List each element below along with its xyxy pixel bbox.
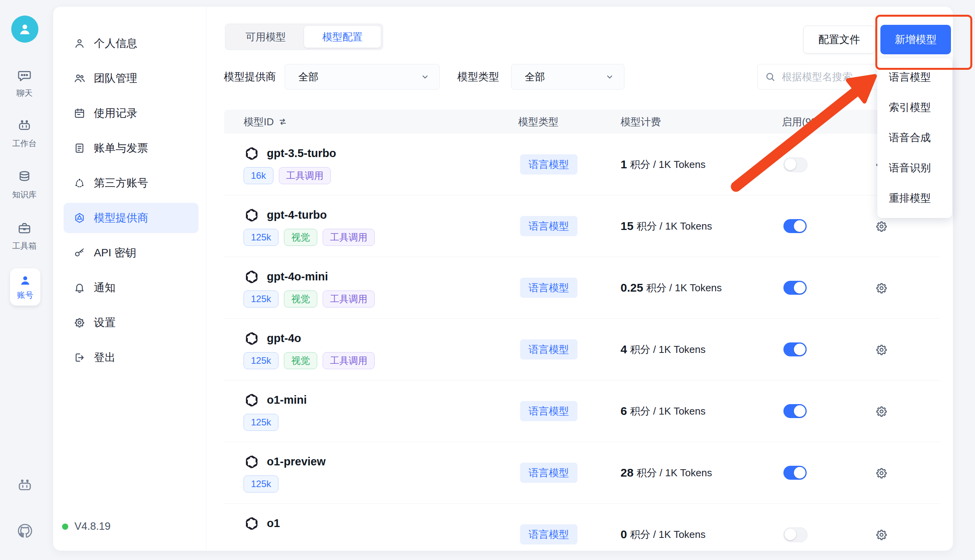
model-name: o1-preview (267, 455, 326, 468)
tab-model-config[interactable]: 模型配置 (304, 26, 381, 48)
model-type-badge: 语言模型 (520, 463, 577, 483)
rail-label-chat: 聊天 (0, 88, 49, 99)
sidebar-item-settings[interactable]: 设置 (64, 308, 199, 338)
type-filter-label: 模型类型 (457, 64, 499, 90)
model-price: 4积分 / 1K Tokens (621, 319, 705, 380)
provider-filter-value: 全部 (298, 70, 318, 84)
key-icon (74, 247, 85, 259)
tool-call-chip: 工具调用 (323, 229, 375, 246)
gear-icon[interactable] (875, 467, 888, 480)
model-type-badge: 语言模型 (520, 339, 577, 360)
enable-toggle[interactable] (783, 404, 807, 418)
sidebar-item-profile[interactable]: 个人信息 (64, 28, 199, 59)
model-name: o1-mini (267, 394, 307, 406)
sidebar-item-label: 登出 (94, 350, 116, 365)
github-icon[interactable] (17, 523, 33, 539)
gear-icon[interactable] (875, 282, 888, 295)
tool-call-chip: 工具调用 (323, 290, 375, 308)
gear-icon (74, 317, 85, 328)
sidebar-item-logout[interactable]: 登出 (64, 342, 199, 373)
sidebar-item-label: 设置 (94, 315, 116, 330)
add-model-menu: 语言模型 索引模型 语音合成 语音识别 重排模型 (877, 58, 952, 218)
tab-available-models[interactable]: 可用模型 (227, 26, 304, 48)
gear-icon[interactable] (875, 405, 888, 418)
gear-icon[interactable] (875, 343, 888, 356)
rail-label-knowledge: 知识库 (0, 189, 49, 200)
menu-item-rerank-model[interactable]: 重排模型 (877, 183, 952, 213)
sidebar-item-thirdparty[interactable]: 第三方账号 (64, 168, 199, 198)
sidebar-divider (206, 7, 206, 550)
col-header-model-billing: 模型计费 (621, 110, 661, 134)
table-row: o1 语言模型 0积分 / 1K Tokens (224, 504, 940, 550)
sidebar-item-billing[interactable]: 账单与发票 (64, 133, 199, 163)
enable-toggle[interactable] (783, 527, 807, 542)
model-tags: 125k (244, 475, 278, 493)
tool-call-chip: 工具调用 (279, 167, 331, 184)
rail-item-chat[interactable]: 聊天 (0, 68, 49, 99)
version-info: V4.8.19 (62, 520, 111, 532)
sidebar-item-model-provider[interactable]: 模型提供商 (64, 203, 199, 233)
table-row: gpt-3.5-turbo 16k 工具调用 语言模型 1积分 / 1K Tok… (224, 134, 940, 195)
openai-logo-icon (244, 515, 260, 532)
col-header-model-type: 模型类型 (518, 110, 558, 134)
add-model-button[interactable]: 新增模型 (880, 25, 951, 54)
model-name: o1 (267, 517, 280, 530)
sidebar-item-team[interactable]: 团队管理 (64, 63, 199, 93)
model-tags: 125k 视觉 工具调用 (244, 290, 375, 308)
menu-item-index-model[interactable]: 索引模型 (877, 92, 952, 123)
model-name: gpt-4-turbo (267, 209, 327, 221)
gear-icon[interactable] (875, 528, 888, 541)
menu-item-language-model[interactable]: 语言模型 (877, 62, 952, 92)
account-icon (18, 273, 32, 287)
openai-logo-icon (244, 207, 260, 223)
provider-filter-select[interactable]: 全部 (285, 64, 440, 90)
col-header-enabled: 启用(98) (782, 110, 820, 134)
vision-chip: 视觉 (284, 229, 317, 246)
sidebar-item-label: 模型提供商 (94, 211, 148, 225)
calendar-icon (74, 107, 85, 119)
avatar[interactable] (11, 16, 38, 43)
rail-item-workbench[interactable]: 工作台 (0, 119, 49, 149)
robot-bottom-icon[interactable] (17, 478, 33, 494)
context-chip: 16k (244, 167, 273, 184)
config-file-button[interactable]: 配置文件 (803, 26, 875, 54)
rail-item-toolbox[interactable]: 工具箱 (0, 221, 49, 251)
model-type-badge: 语言模型 (520, 524, 577, 544)
type-filter-select[interactable]: 全部 (511, 64, 624, 90)
rail-item-knowledge[interactable]: 知识库 (0, 170, 49, 200)
team-icon (74, 73, 85, 84)
enable-toggle[interactable] (783, 157, 807, 172)
enable-toggle[interactable] (783, 342, 807, 356)
sidebar-item-notifications[interactable]: 通知 (64, 273, 199, 303)
sidebar-item-usage[interactable]: 使用记录 (64, 98, 199, 128)
logout-icon (74, 352, 85, 363)
share-network-icon (74, 177, 85, 189)
context-chip: 125k (244, 229, 278, 246)
sort-icon[interactable] (278, 117, 288, 127)
account-sidebar: 个人信息 团队管理 使用记录 账单与发票 第三方账号 模型提供商 API 密钥 … (64, 28, 199, 377)
model-price: 28积分 / 1K Tokens (621, 442, 712, 503)
context-chip: 125k (244, 414, 278, 431)
bell-icon (74, 282, 85, 294)
sidebar-item-label: 团队管理 (94, 71, 137, 86)
provider-filter-label: 模型提供商 (224, 64, 276, 90)
model-type-badge: 语言模型 (520, 216, 577, 236)
rail-label-workbench: 工作台 (0, 138, 49, 149)
model-name: gpt-4o-mini (267, 270, 328, 283)
database-icon (17, 170, 32, 185)
enable-toggle[interactable] (783, 466, 807, 480)
sidebar-item-api-keys[interactable]: API 密钥 (64, 238, 199, 268)
openai-logo-icon (244, 269, 260, 285)
model-price: 15积分 / 1K Tokens (621, 195, 712, 257)
menu-item-stt-model[interactable]: 语音识别 (877, 153, 952, 183)
model-type-badge: 语言模型 (520, 278, 577, 298)
rail-label-account: 账号 (17, 290, 33, 301)
openai-logo-icon (244, 330, 260, 347)
rail-item-account[interactable]: 账号 (10, 268, 40, 306)
model-tags: 16k 工具调用 (244, 167, 331, 184)
enable-toggle[interactable] (783, 281, 807, 295)
enable-toggle[interactable] (783, 219, 807, 233)
menu-item-tts-model[interactable]: 语音合成 (877, 123, 952, 153)
gear-icon[interactable] (875, 220, 888, 233)
sidebar-item-label: 使用记录 (94, 106, 137, 121)
